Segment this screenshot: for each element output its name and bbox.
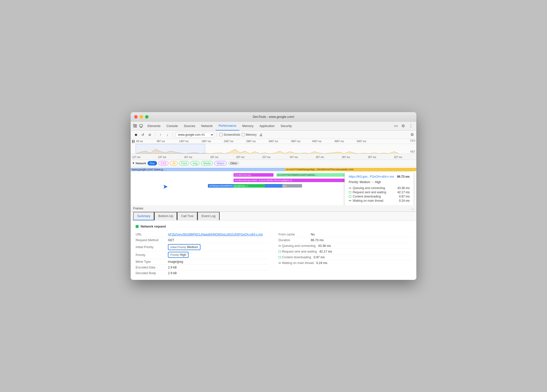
minimize-button[interactable]	[140, 115, 143, 119]
detail-label-4: 207 ms	[236, 156, 244, 159]
blue-arrow-left: ➤	[163, 184, 167, 190]
tab-network[interactable]: Network	[198, 122, 216, 131]
filter-doc[interactable]: Doc	[148, 161, 157, 165]
tooltip-row-value-1: 42.17 ms	[397, 191, 410, 194]
nav-tabs: Elements Console Sources Network Perform…	[145, 122, 392, 131]
bar-des[interactable]: des...	[282, 184, 302, 188]
detail-label-9: 307 ms	[368, 156, 376, 159]
filter-font[interactable]: Font	[179, 161, 189, 165]
filter-img[interactable]: Img	[191, 161, 199, 165]
track-row-0[interactable]: www.google.com/ (www.g... rs=AA2YrTv0taM…	[131, 167, 416, 172]
settings-icon[interactable]: ⚙	[400, 124, 406, 128]
summary-method-row: Request Method GET	[136, 237, 269, 243]
bar-purple-1[interactable]: m=cdos,hsm,jsa...	[234, 173, 274, 177]
network-filter-bar: ▼ Network Doc CSS JS Font Img Media Wasm…	[131, 160, 416, 167]
download-button[interactable]: ↓	[165, 132, 170, 137]
tooltip-row-2: Content downloading 0.97 ms	[349, 195, 410, 198]
upload-button[interactable]: ↑	[158, 132, 163, 137]
bar-purple-1-label: m=cdos,hsm,jsa...	[234, 174, 253, 176]
summary-grid: URL AF2bZyivvJ92o5BiPi0CLlHaqa5IHNOi6Srp…	[136, 232, 411, 276]
tooltip-row-value-3: 0.24 ms	[399, 199, 410, 202]
performance-toolbar: ⏺ ↺ ⊘ ↑ ↓ www.google.com #1 Screenshots …	[131, 131, 416, 139]
devtools-window: DevTools - www.google.com/ Elements Cons…	[131, 112, 416, 280]
bar-gstatic[interactable]: rs=AA2YrTv0taM5qVgw38gU_15kX9WFXe5TPw (w…	[285, 168, 416, 171]
tooltip-title: https://lh3.goo...FGxOA=s64-c-mo 86.73 m…	[349, 175, 410, 178]
screenshots-checkbox[interactable]	[219, 133, 223, 136]
tab-performance[interactable]: Performance	[216, 122, 239, 131]
toolbar-settings-icon[interactable]: ⚙	[410, 132, 414, 137]
more-tabs-button[interactable]: >>	[393, 124, 399, 128]
tooltip-url: https://lh3.goo...FGxOA=s64-c-mo	[349, 175, 394, 178]
summary-init-priority-row: Initial Priority Initial Priority Medium	[136, 243, 269, 251]
more-menu-icon[interactable]: ⋮	[407, 124, 414, 128]
tab-elements[interactable]: Elements	[145, 122, 163, 131]
summary-right: From cache No Duration 86.73 ms Queuing …	[278, 232, 411, 276]
tooltip-row-value-0: 43.36 ms	[397, 186, 410, 190]
tab-call-tree[interactable]: Call Tree	[177, 212, 197, 220]
memory-toggle[interactable]: Memory	[242, 133, 257, 136]
ruler-label-7: 3987 ms	[291, 140, 300, 143]
reload-button[interactable]: ↺	[140, 132, 146, 137]
summary-decoded-row: Decoded Body 2.9 kB	[136, 270, 269, 276]
maximize-button[interactable]	[145, 115, 149, 119]
bar-green-1[interactable]: rs=AA2YrTsXU5hjdOZrxXehYcpWx5c...	[276, 173, 354, 177]
summary-timing-0: Queuing and connecting 43.36 ms	[278, 243, 411, 249]
ruler-label-9: 4987 ms	[334, 140, 344, 143]
filter-media[interactable]: Media	[201, 161, 213, 165]
tab-bottom-up[interactable]: Bottom-Up	[154, 212, 177, 220]
window-controls	[134, 115, 149, 119]
tab-console[interactable]: Console	[163, 122, 181, 131]
clear-button[interactable]: ⊘	[147, 132, 153, 137]
svg-rect-4	[140, 125, 143, 127]
timeline-selection[interactable]	[136, 144, 205, 154]
tooltip-row-1: Request sent and waiting 42.17 ms	[349, 191, 410, 194]
bar-purple-2[interactable]: m=cdos,hsm,jsa,mb4Z...b,d,csi,cEt90b,SNU…	[234, 179, 353, 182]
section-color-dot	[136, 225, 139, 228]
divider3	[217, 132, 217, 137]
window-title: DevTools - www.google.com/	[253, 115, 294, 119]
bar-googlelogo-label: googlelogo_c...	[234, 185, 249, 187]
summary-mime-row: Mime Type image/jpeg	[136, 259, 269, 265]
filter-wasm[interactable]: Wasm	[214, 161, 227, 165]
memory-checkbox[interactable]	[242, 133, 245, 136]
detail-label-8: 287 ms	[342, 156, 350, 159]
summary-left: URL AF2bZyivvJ92o5BiPi0CLlHaqa5IHNOi6Srp…	[136, 232, 269, 276]
detail-label-1: 147 ms	[158, 156, 166, 159]
detail-label-2: 167 ms	[184, 156, 192, 159]
tab-event-log[interactable]: Event Log	[197, 212, 219, 220]
timeline-overview[interactable]: CPU NET 48 ms 987 ms 1487 ms 1987 ms 248…	[131, 139, 416, 154]
devtools-nav: Elements Console Sources Network Perform…	[131, 122, 416, 131]
network-tracks: www.google.com/ (www.g... rs=AA2YrTv0taM…	[131, 167, 416, 205]
bar-af2b-label: AF2bZyivvJ92o5BiPi0CLl	[209, 185, 235, 187]
svg-point-1	[135, 124, 137, 126]
screenshots-toggle[interactable]: Screenshots	[219, 133, 240, 136]
inspector-icon[interactable]	[133, 124, 138, 129]
ruler-label-8: 4487 ms	[312, 140, 321, 143]
device-icon[interactable]	[139, 124, 144, 129]
summary-priority-row: Priority Priority High	[136, 251, 269, 259]
network-filter-label: ▼ Network	[132, 162, 146, 165]
tab-sources[interactable]: Sources	[181, 122, 198, 131]
capture-settings[interactable]: 🖨	[258, 132, 264, 137]
bar-googlelogo[interactable]: googlelogo_c...	[234, 184, 265, 188]
ruler-label-6: 3487 ms	[269, 140, 278, 143]
tab-application[interactable]: Application	[256, 122, 277, 131]
tooltip-row-0: Queuing and connecting 43.36 ms	[349, 186, 410, 190]
ruler-label-3: 1987 ms	[201, 140, 211, 143]
tab-memory[interactable]: Memory	[239, 122, 256, 131]
profile-select[interactable]: www.google.com #1	[175, 132, 214, 137]
filter-other[interactable]: Other	[228, 161, 239, 165]
filter-js[interactable]: JS	[170, 161, 178, 165]
tab-security[interactable]: Security	[278, 122, 295, 131]
summary-timing-2: Content downloading 0.97 ms	[278, 255, 411, 260]
tab-summary[interactable]: Summary	[133, 212, 154, 220]
record-button[interactable]: ⏺	[133, 132, 139, 137]
close-button[interactable]	[134, 115, 138, 119]
filter-css[interactable]: CSS	[158, 161, 169, 165]
titlebar: DevTools - www.google.com/	[131, 112, 416, 122]
tooltip-time: 86.73 ms	[397, 175, 410, 178]
url-link[interactable]: AF2bZyivvJ92o5BiPi0CLlHaqa5IHNOi6SrpLrbf…	[168, 233, 263, 236]
summary-duration-row: Duration 86.73 ms	[278, 237, 411, 243]
bar-gstatic-label: rs=AA2YrTv0taM5qVgw38gU_15kX9WFXe5TPw (w…	[286, 168, 353, 171]
ruler-label-0: 48 ms	[136, 140, 143, 143]
